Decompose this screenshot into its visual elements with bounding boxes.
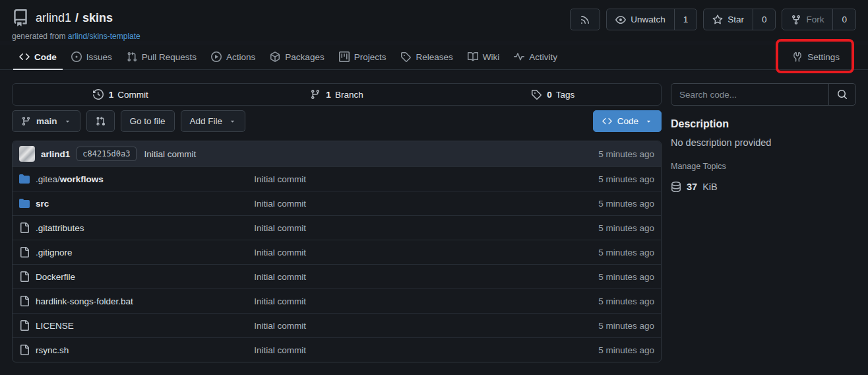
star-group: Star 0 [703, 9, 776, 30]
file-icon [19, 222, 30, 233]
tab-label: Activity [529, 52, 557, 62]
tab-projects[interactable]: Projects [332, 45, 394, 69]
go-to-file-button[interactable]: Go to file [121, 110, 175, 132]
code-download-button[interactable]: Code [593, 110, 662, 132]
file-commit-message[interactable]: Initial commit [254, 174, 598, 184]
file-link[interactable]: .gitattributes [36, 223, 84, 233]
tab-label: Projects [354, 52, 387, 62]
pulse-icon [514, 51, 524, 62]
file-icon [19, 296, 30, 306]
template-repo-link[interactable]: arlind/skins-template [68, 32, 140, 41]
rss-button[interactable] [570, 9, 600, 30]
tab-issues[interactable]: Issues [64, 45, 119, 69]
add-file-button[interactable]: Add File [181, 110, 246, 132]
tab-pull-requests[interactable]: Pull Requests [119, 45, 204, 69]
commit-count-label: Commit [117, 90, 148, 100]
file-commit-time: 5 minutes ago [598, 248, 654, 257]
file-link[interactable]: LICENSE [36, 321, 74, 331]
chevron-down-icon [645, 118, 652, 125]
file-link[interactable]: hardlink-songs-folder.bat [36, 296, 133, 306]
file-commit-message[interactable]: Initial commit [254, 199, 598, 209]
file-commit-time: 5 minutes ago [598, 272, 654, 282]
tab-packages[interactable]: Packages [263, 45, 331, 69]
tab-settings[interactable]: Settings [785, 45, 847, 69]
file-link[interactable]: src [36, 199, 49, 209]
search-code-input[interactable] [671, 84, 828, 105]
fork-button[interactable]: Fork [782, 9, 832, 30]
forks-count[interactable]: 0 [832, 9, 855, 30]
header-actions: Unwatch 1 Star 0 Fork 0 [570, 9, 856, 30]
branch-selector[interactable]: main [12, 110, 80, 132]
tag-icon [531, 89, 542, 100]
search-button[interactable] [828, 84, 855, 105]
file-name: rsync.sh [36, 345, 69, 355]
file-link[interactable]: rsync.sh [36, 345, 69, 355]
git-branch-icon [21, 116, 31, 126]
tab-label: Issues [86, 52, 112, 62]
avatar[interactable] [19, 146, 35, 162]
fork-label: Fork [806, 15, 824, 24]
tag-count-label: Tags [556, 90, 575, 100]
file-name: workflows [60, 174, 104, 184]
file-name: LICENSE [36, 321, 74, 331]
stars-count[interactable]: 0 [753, 9, 776, 30]
chevron-down-icon [64, 118, 71, 125]
file-icon [19, 247, 30, 257]
repo-owner-link[interactable]: arlind1 [36, 11, 71, 25]
eye-icon [615, 15, 626, 25]
tab-releases[interactable]: Releases [393, 45, 460, 69]
file-rows: .gitea/workflowsInitial commit5 minutes … [13, 166, 661, 362]
manage-topics-link[interactable]: Manage Topics [671, 162, 856, 171]
branch-selector-label: main [36, 116, 57, 126]
file-link[interactable]: .gitea/workflows [36, 174, 104, 184]
commit-author-link[interactable]: arlind1 [41, 149, 70, 159]
tab-wiki[interactable]: Wiki [460, 45, 507, 69]
file-name-cell: rsync.sh [19, 345, 254, 355]
file-commit-message[interactable]: Initial commit [254, 272, 598, 282]
commits-link[interactable]: 1 Commit [13, 89, 229, 100]
file-commit-message[interactable]: Initial commit [254, 296, 598, 306]
file-name-cell: Dockerfile [19, 271, 254, 282]
rss-icon [580, 15, 590, 25]
star-button[interactable]: Star [704, 9, 753, 30]
unwatch-button[interactable]: Unwatch [607, 9, 674, 30]
compare-button[interactable] [86, 110, 115, 132]
file-commit-message[interactable]: Initial commit [254, 223, 598, 233]
commit-message-link[interactable]: Initial commit [144, 149, 197, 159]
file-commit-time: 5 minutes ago [598, 174, 654, 184]
repo-toolbar: main Go to file Add File [12, 110, 662, 132]
repo-nav: CodeIssuesPull RequestsActionsPackagesPr… [0, 45, 868, 70]
tags-link[interactable]: 0 Tags [445, 89, 661, 100]
file-commit-time: 5 minutes ago [598, 296, 654, 306]
code-icon [19, 51, 30, 62]
file-link[interactable]: .gitignore [36, 248, 73, 257]
file-commit-message[interactable]: Initial commit [254, 345, 598, 355]
file-name-cell: hardlink-songs-folder.bat [19, 296, 254, 306]
repo-name-link[interactable]: skins [82, 11, 113, 25]
file-commit-message[interactable]: Initial commit [254, 248, 598, 257]
search-icon [837, 89, 848, 100]
file-commit-message[interactable]: Initial commit [254, 321, 598, 331]
tab-actions[interactable]: Actions [204, 45, 263, 69]
project-icon [339, 51, 350, 62]
tab-code[interactable]: Code [12, 45, 64, 69]
file-commit-time: 5 minutes ago [598, 345, 654, 355]
commit-time: 5 minutes ago [598, 149, 654, 159]
file-path-prefix: .gitea/ [36, 174, 60, 184]
tab-activity[interactable]: Activity [507, 45, 565, 69]
tab-label: Pull Requests [142, 52, 197, 62]
fork-group: Fork 0 [782, 9, 856, 30]
commit-hash-link[interactable]: c84215d0a3 [77, 147, 136, 161]
branches-link[interactable]: 1 Branch [229, 89, 445, 100]
folder-icon [19, 198, 30, 209]
file-link[interactable]: Dockerfile [36, 272, 75, 282]
issue-opened-icon [71, 51, 82, 62]
repo-title-separator: / [75, 11, 78, 25]
git-pull-request-icon [127, 51, 137, 62]
tag-icon [400, 51, 411, 62]
watchers-count[interactable]: 1 [674, 9, 697, 30]
package-icon [270, 51, 280, 62]
repo-tabs: CodeIssuesPull RequestsActionsPackagesPr… [12, 45, 565, 69]
file-name: src [36, 199, 49, 209]
code-icon [602, 116, 612, 126]
